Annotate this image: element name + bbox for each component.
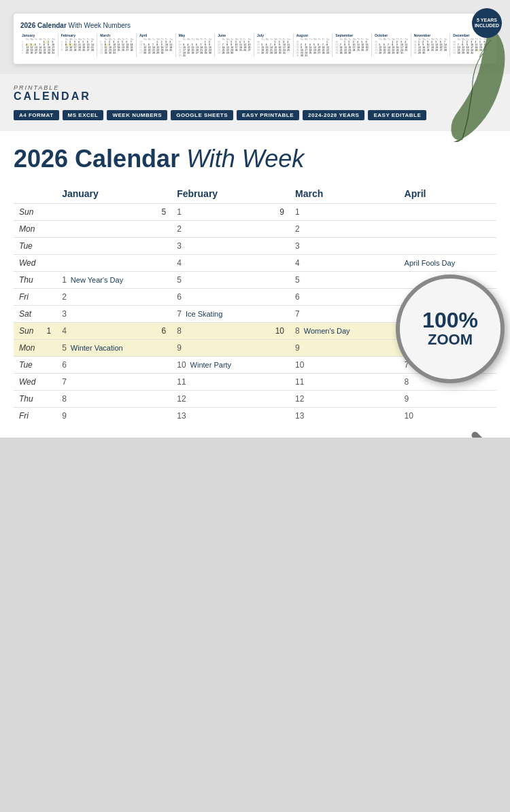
calendar-cell: 3 bbox=[56, 306, 156, 323]
date-number: 7 bbox=[62, 377, 67, 387]
date-number: 7 bbox=[177, 309, 182, 319]
week-number bbox=[388, 204, 399, 221]
date-number: 8 bbox=[177, 326, 182, 336]
mini-month-aug: August SuMoTuWeThFrSa 311 322345678 3391… bbox=[295, 33, 333, 57]
date-number: 1 bbox=[62, 275, 67, 285]
date-number: 7 bbox=[295, 309, 300, 319]
calendar-cell: 9 bbox=[171, 340, 269, 357]
week-number: 10 bbox=[270, 323, 290, 340]
years-badge: 5 YEARS INCLUDED bbox=[472, 8, 502, 38]
week-number bbox=[41, 306, 56, 323]
calendar-cell: 7Ice Skating bbox=[171, 306, 269, 323]
calendar-cell: 7 bbox=[56, 374, 156, 391]
calendar-cell: 8 bbox=[56, 391, 156, 408]
tag-weeknum: WEEK NUMBERS bbox=[107, 110, 167, 120]
week-number bbox=[388, 255, 399, 272]
week-number bbox=[41, 255, 56, 272]
day-label: Sat bbox=[14, 306, 41, 323]
zoom-label: ZOOM bbox=[428, 331, 473, 349]
mini-calendar-grid: January SuMoTuWeThFrSa 1123 245678910 31… bbox=[20, 33, 490, 57]
date-number: 13 bbox=[295, 411, 304, 421]
calendar-cell: 11 bbox=[290, 374, 388, 391]
week-number bbox=[388, 272, 399, 289]
date-number: 5 bbox=[62, 343, 67, 353]
week-number bbox=[388, 408, 399, 425]
tag-years: 2024-2028 YEARS bbox=[303, 110, 364, 120]
date-number: 2 bbox=[295, 224, 300, 234]
zoom-percent: 100% bbox=[422, 309, 478, 331]
calendar-cell: 3 bbox=[290, 238, 388, 255]
date-number: 8 bbox=[295, 326, 300, 336]
mini-month-jun: June SuMoTuWeThFrSa 22123456 23789101112… bbox=[216, 33, 254, 57]
leaf-decoration bbox=[435, 20, 510, 142]
calendar-cell: 5Winter Vacation bbox=[56, 340, 156, 357]
calendar-header-row: January February March April bbox=[14, 184, 496, 204]
date-number: 8 bbox=[62, 394, 67, 404]
bottom-section: 2026 Calendar With Week January February… bbox=[0, 131, 510, 438]
mini-month-oct: October SuMoTuWeThFrSa 401234 4156789101… bbox=[373, 33, 411, 57]
week-number bbox=[388, 391, 399, 408]
calendar-cell: 7 bbox=[290, 306, 388, 323]
week-number bbox=[270, 255, 290, 272]
date-number: 10 bbox=[177, 360, 186, 370]
date-number: 2 bbox=[177, 224, 182, 234]
calendar-cell: 2 bbox=[56, 289, 156, 306]
calendar-cell: 9 bbox=[399, 391, 496, 408]
large-title-bold: 2026 Calendar bbox=[14, 145, 180, 173]
calendar-cell: 8Women's Day bbox=[290, 323, 388, 340]
date-number: 10 bbox=[405, 411, 413, 421]
week-number bbox=[388, 357, 399, 374]
date-number: 3 bbox=[62, 309, 67, 319]
day-label: Thu bbox=[14, 391, 41, 408]
calendar-cell: 2 bbox=[171, 221, 269, 238]
week-number bbox=[156, 272, 172, 289]
calendar-row-2: Tue33 bbox=[14, 238, 496, 255]
calendar-cell: 4 bbox=[56, 323, 156, 340]
badge-line1: 5 YEARS bbox=[477, 18, 497, 23]
day-label: Wed bbox=[14, 255, 41, 272]
tag-gsheets: GOOGLE SHEETS bbox=[171, 110, 233, 120]
calendar-cell: 9 bbox=[290, 340, 388, 357]
week-number bbox=[41, 204, 56, 221]
week-number bbox=[270, 391, 290, 408]
calendar-cell bbox=[399, 238, 496, 255]
calendar-row-1: Mon22 bbox=[14, 221, 496, 238]
week-number bbox=[156, 238, 172, 255]
week-number bbox=[270, 374, 290, 391]
week-number bbox=[270, 340, 290, 357]
day-label: Tue bbox=[14, 357, 41, 374]
date-number: 12 bbox=[295, 394, 304, 404]
preview-title: 2026 Calendar With Week Numbers bbox=[20, 22, 490, 29]
calendar-row-0: Sun5191 bbox=[14, 204, 496, 221]
badge-line2: INCLUDED bbox=[475, 23, 499, 29]
tag-a4: A4 FORMAT bbox=[14, 110, 59, 120]
calendar-cell: 10 bbox=[399, 408, 496, 425]
week-number bbox=[41, 357, 56, 374]
week-number bbox=[388, 289, 399, 306]
tag-printable: EASY PRINTABLE bbox=[237, 110, 299, 120]
mini-month-apr: April SuMoTuWeThFrSa 131234 14567891011 … bbox=[138, 33, 176, 57]
week-number: 1 bbox=[41, 323, 56, 340]
calendar-cell: 6 bbox=[171, 289, 269, 306]
day-label: Fri bbox=[14, 408, 41, 425]
date-number: 12 bbox=[177, 394, 186, 404]
mini-month-mar: March SuMoTuWeThFrSa 91234567 1089101112… bbox=[99, 33, 137, 57]
week-number: 6 bbox=[156, 323, 172, 340]
week-number bbox=[270, 306, 290, 323]
week-number bbox=[156, 340, 172, 357]
week-number bbox=[388, 238, 399, 255]
date-number: 13 bbox=[177, 411, 186, 421]
calendar-preview: 5 YEARS INCLUDED 2026 Calendar With Week… bbox=[14, 14, 496, 64]
week-number bbox=[270, 272, 290, 289]
week-number bbox=[156, 374, 172, 391]
calendar-cell bbox=[399, 204, 496, 221]
day-label: Mon bbox=[14, 340, 41, 357]
week-number bbox=[156, 391, 172, 408]
week-number bbox=[41, 374, 56, 391]
week-number bbox=[41, 391, 56, 408]
date-number: 8 bbox=[405, 377, 409, 387]
week-number bbox=[270, 357, 290, 374]
calendar-cell: 11 bbox=[171, 374, 269, 391]
week-number bbox=[156, 221, 172, 238]
week-number bbox=[41, 221, 56, 238]
